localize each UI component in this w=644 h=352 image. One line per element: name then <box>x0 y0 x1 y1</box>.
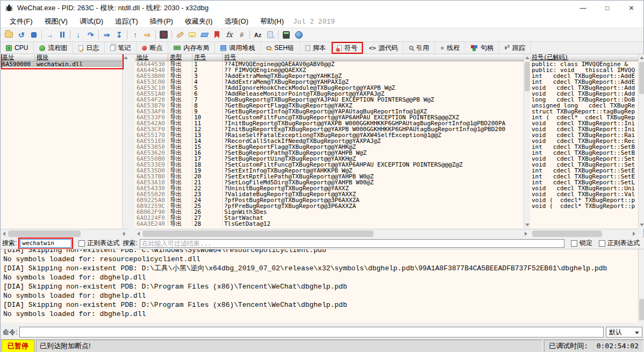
scrollbar-thumb[interactable] <box>525 62 530 91</box>
symbol-address[interactable]: 6A644540 <box>135 67 168 73</box>
tab-symbols[interactable]: 符号 <box>332 42 363 54</box>
symbol-row[interactable]: 6AE53620 导出 16 ?SetBugReportPath@TXBugRe… <box>135 150 530 156</box>
step-into-button[interactable]: ↓ <box>72 29 84 41</box>
decoded-symbol-row[interactable]: int __cdecl TXBugReport::SetL <box>530 179 644 185</box>
column-header-address[interactable]: 地址 <box>135 54 168 61</box>
symbol-type[interactable]: 导出 <box>168 97 192 103</box>
symbol-row[interactable]: 6AA3E240 导出 28 TlsGetData@12 <box>135 221 530 227</box>
symbol-decorated-name[interactable]: TlsGetData@12 <box>223 221 530 227</box>
strings-button[interactable]: Az <box>252 29 264 41</box>
decoded-symbol-row[interactable]: void __cdecl TXBugReport::Ini <box>530 120 644 126</box>
symbol-ordinal[interactable]: 20 <box>192 174 223 179</box>
symbol-decorated-name[interactable]: ?DoBugReport@TXBugReport@@YAJPAU_EXCEPTI… <box>223 97 530 103</box>
symbol-address[interactable]: 6AE53AF0 <box>135 109 168 114</box>
symbol-row[interactable]: 6AE551A0 导出 6 ?AddReleaseMonitorPoint@TX… <box>135 91 530 97</box>
symbol-type[interactable]: 导出 <box>168 132 192 138</box>
symbol-type[interactable]: 导出 <box>168 156 192 162</box>
symbol-row[interactable]: 6AE53A10 导出 21 ?SetLogFileMd5Dir@TXBugRe… <box>135 179 530 185</box>
symbol-decorated-name[interactable]: ?pfPreBugReport@TXBugReport@@3P6AXXZA <box>223 203 530 209</box>
settings-button[interactable]: S <box>158 29 170 41</box>
symbol-ordinal[interactable]: 2 <box>192 67 223 73</box>
decoded-symbol-row[interactable]: long __cdecl TXBugReport::DoB <box>530 97 644 103</box>
symbol-type[interactable]: 导出 <box>168 191 192 197</box>
symbol-type[interactable]: 导出 <box>168 168 192 174</box>
symbol-address[interactable]: 6AE53B00 <box>135 73 168 79</box>
symbol-ordinal[interactable]: 8 <box>192 103 223 109</box>
minimize-button[interactable]: — <box>571 1 595 16</box>
scroll-left-arrow[interactable] <box>137 232 140 236</box>
animate-into-button[interactable]: ⇒ <box>101 29 113 41</box>
symbol-address[interactable]: 6AE53C10 <box>135 85 168 91</box>
decoded-symbol-row[interactable]: void __cdecl TXBugReport::Val <box>530 191 644 197</box>
menu-debug[interactable]: 调试(D) <box>74 16 109 27</box>
symbol-type[interactable]: 导出 <box>168 150 192 156</box>
symbol-type[interactable]: 导出 <box>168 215 192 221</box>
decoded-symbol-text[interactable]: void __cdecl TXBugReport::Rai <box>530 132 644 138</box>
symbol-row[interactable]: 6AE53C10 导出 5 ?AddIgnoreHookCheckModule@… <box>135 85 530 91</box>
menu-file[interactable]: 文件(F) <box>4 16 39 27</box>
open-file-button[interactable] <box>3 29 15 41</box>
decoded-symbol-text[interactable]: int __cdecl TXBugReport::SetE <box>530 168 644 174</box>
symbol-address[interactable]: 6AE54330 <box>135 185 168 191</box>
symbol-type[interactable]: 导出 <box>168 114 192 120</box>
symbol-address[interactable]: 6AE53A10 <box>135 179 168 185</box>
symbol-ordinal[interactable]: 17 <box>192 156 223 162</box>
scroll-down-arrow[interactable] <box>525 224 529 226</box>
symbol-decorated-name[interactable]: ?AddExtraMem@TXBugReport@@YAHPAXI@Z <box>223 79 530 85</box>
stop-button[interactable] <box>27 29 40 41</box>
decoded-symbol-row[interactable]: int __cdecl TXBugReport::SetE <box>530 174 644 179</box>
symbol-row[interactable]: 6AE533F0 导出 10 ?GetCustomFiltFunc@TXBugR… <box>135 114 530 120</box>
maximize-button[interactable]: □ <box>595 1 619 16</box>
symbol-row[interactable]: 6AE54330 导出 22 ?UninitBugReport@TXBugRep… <box>135 185 530 191</box>
decoded-symbol-text[interactable]: void __cdecl TXBugReport::Set <box>530 162 644 168</box>
command-input[interactable] <box>19 327 604 337</box>
execute-till-return-button[interactable]: ↧ <box>113 29 125 41</box>
decoded-symbol-row[interactable]: void (__cdecl* TXBugReport::p <box>530 203 644 209</box>
decoded-symbol-text[interactable]: long __cdecl TXBugReport::DoB <box>530 97 644 103</box>
scroll-right-arrow[interactable] <box>525 232 527 236</box>
symbol-row[interactable]: 6AE53850 导出 15 ?SetBugReportFlag@TXBugRe… <box>135 144 530 150</box>
symbol-type[interactable]: 导出 <box>168 85 192 91</box>
symbol-ordinal[interactable]: 10 <box>192 114 223 120</box>
symbol-decorated-name[interactable]: ?InitBugReportEx@TXBugReport@@YAXPB_W000… <box>223 126 530 132</box>
close-button[interactable]: ✕ <box>619 1 643 16</box>
symbol-ordinal[interactable]: 11 <box>192 120 223 126</box>
symbol-ordinal[interactable]: 7 <box>192 97 223 103</box>
calculator-button[interactable] <box>280 29 292 41</box>
scroll-up-arrow[interactable] <box>525 56 529 59</box>
decoded-symbol-row[interactable]: int __cdecl TXBugReport::AddE <box>530 79 644 85</box>
symbol-row[interactable]: 6AE551E0 导出 14 ?RecordCallStackIfNeed@TX… <box>135 138 530 144</box>
tab-references[interactable]: 引用 <box>404 42 435 54</box>
symbol-decorated-name[interactable]: ?AddExtraMem@TXBugReport@@YAHKI@Z <box>223 73 530 79</box>
scroll-down-arrow[interactable] <box>640 224 644 226</box>
decoded-symbol-text[interactable]: void __cdecl TXBugReport::Add <box>530 91 644 97</box>
scroll-right-arrow[interactable] <box>633 232 635 236</box>
symbol-address[interactable]: 6AE55170 <box>135 132 168 138</box>
tab-trace[interactable]: 跟踪 <box>499 42 531 54</box>
symbol-ordinal[interactable]: 4 <box>192 79 223 85</box>
symbol-ordinal[interactable]: 24 <box>192 197 223 203</box>
decoded-symbol-text[interactable]: void __cdecl TXBugReport::Set <box>530 156 644 162</box>
symbol-address[interactable]: 6AE53870 <box>135 103 168 109</box>
decoded-symbol-text[interactable]: void __cdecl TXBugReport::Ini <box>530 120 644 126</box>
tab-notes[interactable]: 笔记 <box>105 42 137 54</box>
symbol-row[interactable]: 6A644540 导出 2 ??_FIMVQQEngine@@QAEXXZ <box>135 67 530 73</box>
symbol-decorated-name[interactable]: ?SetBugReportUin@TXBugReport@@YAXKH@Z <box>223 156 530 162</box>
scroll-right-arrow[interactable] <box>123 232 126 236</box>
symbol-row[interactable]: 6B062F90 导出 26 SignWith3Des <box>135 209 530 215</box>
decoded-symbol-row[interactable]: int (__cdecl*__cdecl TXBugRep <box>530 114 644 120</box>
functions-button[interactable]: fx <box>223 29 235 41</box>
column-header-symbol[interactable]: 符号 <box>223 54 530 61</box>
decoded-symbol-row[interactable]: int __cdecl TXBugReport::SetE <box>530 168 644 174</box>
symbol-type[interactable]: 导出 <box>168 179 192 185</box>
symbol-address[interactable]: 6AE53C00 <box>135 79 168 85</box>
decoded-symbol-row[interactable]: public: class IMVQQEngine & _ <box>530 61 644 67</box>
symbol-address[interactable]: 6AD224F0 <box>135 215 168 221</box>
module-row-wechatwin[interactable]: 6A590000 wechatwin.dll <box>1 61 128 67</box>
regex-checkbox[interactable] <box>78 240 85 247</box>
symbol-ordinal[interactable]: 3 <box>192 73 223 79</box>
symbol-type[interactable]: 导出 <box>168 144 192 150</box>
symbol-ordinal[interactable]: 1 <box>192 61 223 67</box>
symbol-decorated-name[interactable]: ?SetBugReportFlag@TXBugReport@@YAHK@Z <box>223 144 530 150</box>
tab-threads[interactable]: »线程 <box>435 42 466 54</box>
